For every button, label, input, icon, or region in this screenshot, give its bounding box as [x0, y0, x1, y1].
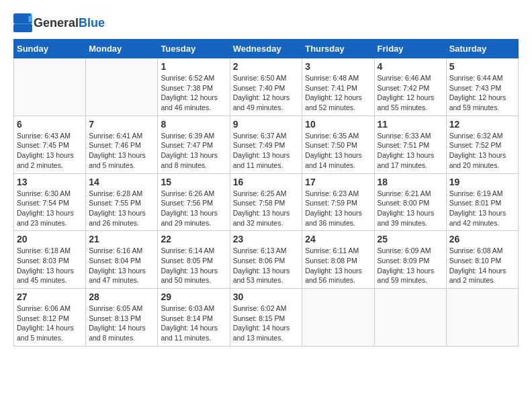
- day-number: 12: [449, 119, 515, 130]
- day-number: 6: [17, 119, 83, 130]
- logo: GeneralBlue: [13, 13, 105, 32]
- calendar-day-22: 22Sunrise: 6:14 AM Sunset: 8:05 PM Dayli…: [158, 231, 230, 289]
- calendar-empty-cell: [14, 58, 86, 116]
- calendar-day-15: 15Sunrise: 6:26 AM Sunset: 7:56 PM Dayli…: [158, 173, 230, 231]
- day-number: 17: [305, 177, 371, 187]
- logo-general: General: [34, 16, 79, 30]
- weekday-header-monday: Monday: [86, 40, 158, 58]
- calendar-day-25: 25Sunrise: 6:09 AM Sunset: 8:09 PM Dayli…: [374, 231, 446, 289]
- day-info: Sunrise: 6:44 AM Sunset: 7:43 PM Dayligh…: [449, 73, 515, 113]
- day-info: Sunrise: 6:41 AM Sunset: 7:46 PM Dayligh…: [89, 131, 154, 171]
- day-info: Sunrise: 6:14 AM Sunset: 8:05 PM Dayligh…: [161, 246, 226, 285]
- day-number: 25: [378, 234, 443, 244]
- day-info: Sunrise: 6:21 AM Sunset: 8:00 PM Dayligh…: [378, 189, 443, 228]
- day-info: Sunrise: 6:09 AM Sunset: 8:09 PM Dayligh…: [378, 246, 443, 285]
- day-info: Sunrise: 6:02 AM Sunset: 8:15 PM Dayligh…: [233, 304, 300, 343]
- calendar-day-17: 17Sunrise: 6:23 AM Sunset: 7:59 PM Dayli…: [302, 173, 374, 231]
- day-number: 16: [233, 177, 300, 187]
- calendar-week-row: 1Sunrise: 6:52 AM Sunset: 7:38 PM Daylig…: [14, 58, 519, 116]
- day-number: 9: [233, 119, 300, 130]
- calendar-day-11: 11Sunrise: 6:33 AM Sunset: 7:51 PM Dayli…: [374, 116, 446, 173]
- page-header: GeneralBlue: [13, 13, 519, 32]
- day-info: Sunrise: 6:35 AM Sunset: 7:50 PM Dayligh…: [305, 131, 371, 171]
- calendar-day-28: 28Sunrise: 6:05 AM Sunset: 8:13 PM Dayli…: [86, 289, 158, 347]
- day-number: 3: [305, 61, 371, 72]
- day-number: 26: [449, 234, 515, 244]
- day-number: 19: [449, 177, 515, 187]
- weekday-header-tuesday: Tuesday: [158, 40, 230, 58]
- calendar-day-18: 18Sunrise: 6:21 AM Sunset: 8:00 PM Dayli…: [374, 173, 446, 231]
- day-number: 10: [305, 119, 371, 130]
- day-info: Sunrise: 6:52 AM Sunset: 7:38 PM Dayligh…: [161, 73, 226, 113]
- day-info: Sunrise: 6:28 AM Sunset: 7:55 PM Dayligh…: [89, 189, 154, 228]
- day-number: 7: [89, 119, 154, 130]
- day-info: Sunrise: 6:30 AM Sunset: 7:54 PM Dayligh…: [17, 189, 83, 228]
- calendar-empty-cell: [446, 289, 518, 347]
- weekday-header-wednesday: Wednesday: [230, 40, 302, 58]
- day-info: Sunrise: 6:23 AM Sunset: 7:59 PM Dayligh…: [305, 189, 371, 228]
- day-number: 2: [233, 61, 300, 72]
- logo-icon: [13, 13, 32, 32]
- day-number: 29: [161, 291, 226, 302]
- weekday-header-sunday: Sunday: [14, 40, 86, 58]
- calendar-day-21: 21Sunrise: 6:16 AM Sunset: 8:04 PM Dayli…: [86, 231, 158, 289]
- day-number: 11: [378, 119, 443, 130]
- day-number: 15: [161, 177, 226, 187]
- calendar-day-6: 6Sunrise: 6:43 AM Sunset: 7:45 PM Daylig…: [14, 116, 86, 173]
- calendar-day-10: 10Sunrise: 6:35 AM Sunset: 7:50 PM Dayli…: [302, 116, 374, 173]
- svg-marker-2: [28, 16, 32, 22]
- calendar-day-13: 13Sunrise: 6:30 AM Sunset: 7:54 PM Dayli…: [14, 173, 86, 231]
- calendar-empty-cell: [86, 58, 158, 116]
- calendar-week-row: 6Sunrise: 6:43 AM Sunset: 7:45 PM Daylig…: [14, 116, 519, 173]
- day-info: Sunrise: 6:13 AM Sunset: 8:06 PM Dayligh…: [233, 246, 300, 285]
- day-info: Sunrise: 6:03 AM Sunset: 8:14 PM Dayligh…: [161, 304, 226, 343]
- day-info: Sunrise: 6:18 AM Sunset: 8:03 PM Dayligh…: [17, 246, 83, 285]
- calendar-day-7: 7Sunrise: 6:41 AM Sunset: 7:46 PM Daylig…: [86, 116, 158, 173]
- calendar-day-26: 26Sunrise: 6:08 AM Sunset: 8:10 PM Dayli…: [446, 231, 518, 289]
- day-info: Sunrise: 6:16 AM Sunset: 8:04 PM Dayligh…: [89, 246, 154, 285]
- day-number: 23: [233, 234, 300, 244]
- calendar-day-12: 12Sunrise: 6:32 AM Sunset: 7:52 PM Dayli…: [446, 116, 518, 173]
- calendar-empty-cell: [374, 289, 446, 347]
- calendar-day-5: 5Sunrise: 6:44 AM Sunset: 7:43 PM Daylig…: [446, 58, 518, 116]
- day-number: 4: [378, 61, 443, 72]
- day-info: Sunrise: 6:19 AM Sunset: 8:01 PM Dayligh…: [449, 189, 515, 228]
- calendar-day-23: 23Sunrise: 6:13 AM Sunset: 8:06 PM Dayli…: [230, 231, 302, 289]
- day-info: Sunrise: 6:25 AM Sunset: 7:58 PM Dayligh…: [233, 189, 300, 228]
- calendar-day-8: 8Sunrise: 6:39 AM Sunset: 7:47 PM Daylig…: [158, 116, 230, 173]
- calendar-empty-cell: [302, 289, 374, 347]
- day-info: Sunrise: 6:37 AM Sunset: 7:49 PM Dayligh…: [233, 131, 300, 171]
- calendar-week-row: 20Sunrise: 6:18 AM Sunset: 8:03 PM Dayli…: [14, 231, 519, 289]
- calendar-day-20: 20Sunrise: 6:18 AM Sunset: 8:03 PM Dayli…: [14, 231, 86, 289]
- calendar-day-16: 16Sunrise: 6:25 AM Sunset: 7:58 PM Dayli…: [230, 173, 302, 231]
- calendar-day-19: 19Sunrise: 6:19 AM Sunset: 8:01 PM Dayli…: [446, 173, 518, 231]
- day-info: Sunrise: 6:11 AM Sunset: 8:08 PM Dayligh…: [305, 246, 371, 285]
- logo-blue: Blue: [79, 16, 105, 30]
- day-number: 1: [161, 61, 226, 72]
- day-number: 21: [89, 234, 154, 244]
- weekday-header-row: SundayMondayTuesdayWednesdayThursdayFrid…: [14, 40, 519, 58]
- calendar-day-2: 2Sunrise: 6:50 AM Sunset: 7:40 PM Daylig…: [230, 58, 302, 116]
- day-info: Sunrise: 6:05 AM Sunset: 8:13 PM Dayligh…: [89, 304, 154, 343]
- day-info: Sunrise: 6:26 AM Sunset: 7:56 PM Dayligh…: [161, 189, 226, 228]
- weekday-header-friday: Friday: [374, 40, 446, 58]
- weekday-header-saturday: Saturday: [446, 40, 518, 58]
- day-info: Sunrise: 6:46 AM Sunset: 7:42 PM Dayligh…: [378, 73, 443, 113]
- day-info: Sunrise: 6:43 AM Sunset: 7:45 PM Dayligh…: [17, 131, 83, 171]
- day-number: 22: [161, 234, 226, 244]
- calendar-day-24: 24Sunrise: 6:11 AM Sunset: 8:08 PM Dayli…: [302, 231, 374, 289]
- calendar-week-row: 13Sunrise: 6:30 AM Sunset: 7:54 PM Dayli…: [14, 173, 519, 231]
- day-info: Sunrise: 6:32 AM Sunset: 7:52 PM Dayligh…: [449, 131, 515, 171]
- calendar-day-4: 4Sunrise: 6:46 AM Sunset: 7:42 PM Daylig…: [374, 58, 446, 116]
- day-number: 24: [305, 234, 371, 244]
- calendar-day-1: 1Sunrise: 6:52 AM Sunset: 7:38 PM Daylig…: [158, 58, 230, 116]
- calendar-week-row: 27Sunrise: 6:06 AM Sunset: 8:12 PM Dayli…: [14, 289, 519, 347]
- day-number: 30: [233, 291, 300, 302]
- day-number: 27: [17, 291, 83, 302]
- calendar-table: SundayMondayTuesdayWednesdayThursdayFrid…: [13, 39, 519, 347]
- day-number: 14: [89, 177, 154, 187]
- calendar-day-29: 29Sunrise: 6:03 AM Sunset: 8:14 PM Dayli…: [158, 289, 230, 347]
- svg-rect-1: [13, 24, 32, 32]
- day-number: 20: [17, 234, 83, 244]
- day-number: 18: [378, 177, 443, 187]
